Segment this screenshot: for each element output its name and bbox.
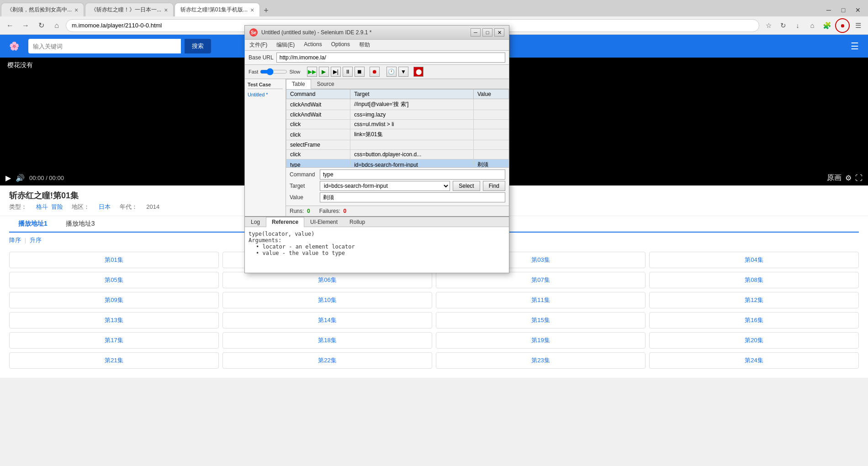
resolution-button[interactable]: 原画 bbox=[827, 173, 842, 183]
tab-close-2[interactable]: × bbox=[164, 6, 168, 14]
region-link[interactable]: 日本 bbox=[99, 203, 111, 210]
episode-item-10[interactable]: 第10集 bbox=[222, 292, 432, 308]
browser-tab-2[interactable]: 《斩赤红之瞳！》一日本一... × bbox=[85, 3, 174, 16]
selenium-speed-slider[interactable] bbox=[260, 68, 287, 75]
episode-item-21[interactable]: 第21集 bbox=[9, 352, 219, 369]
home2-icon[interactable]: ⌂ bbox=[806, 19, 819, 32]
command-row-2[interactable]: clickAndWaitcss=img.lazy bbox=[286, 110, 509, 120]
stop-button[interactable]: ⏹ bbox=[355, 67, 365, 77]
find-button[interactable]: Find bbox=[483, 181, 505, 191]
ep-tab-3[interactable]: 播放地址3 bbox=[57, 216, 104, 232]
log-tab-ui-element[interactable]: UI-Element bbox=[304, 217, 344, 227]
pause-button[interactable]: ⏸ bbox=[343, 67, 353, 77]
episode-item-16[interactable]: 第16集 bbox=[649, 312, 859, 328]
episode-item-19[interactable]: 第19集 bbox=[436, 332, 646, 349]
command-row-7[interactable]: typeid=bdcs-search-form-input剃须 bbox=[286, 159, 509, 168]
episode-item-13[interactable]: 第13集 bbox=[9, 312, 219, 328]
episode-item-17[interactable]: 第17集 bbox=[9, 332, 219, 349]
ep-tab-1[interactable]: 播放地址1 bbox=[9, 216, 57, 233]
run-button[interactable]: ▶ bbox=[319, 67, 329, 77]
command-view-tabs: Table Source bbox=[286, 79, 509, 89]
selenium-maximize[interactable]: □ bbox=[482, 28, 492, 37]
sort-asc[interactable]: 升序 bbox=[30, 237, 42, 244]
episode-item-24[interactable]: 第24集 bbox=[649, 352, 859, 369]
record-icon[interactable]: ⏺ bbox=[835, 18, 850, 33]
settings-button[interactable]: ⚙ bbox=[845, 174, 852, 182]
type-link-1[interactable]: 格斗 bbox=[36, 203, 48, 210]
tab-close-3[interactable]: × bbox=[250, 6, 254, 14]
log-tab-rollup[interactable]: Rollup bbox=[344, 217, 371, 227]
episode-item-5[interactable]: 第05集 bbox=[9, 272, 219, 288]
episode-item-11[interactable]: 第11集 bbox=[436, 292, 646, 308]
minimize-button[interactable]: ─ bbox=[822, 4, 835, 16]
back-button[interactable]: ← bbox=[4, 19, 16, 32]
selenium-menu-edit[interactable]: 编辑(E) bbox=[272, 40, 299, 50]
dropdown-button[interactable]: ▼ bbox=[398, 67, 408, 77]
test-case-item[interactable]: Untitled * bbox=[248, 91, 283, 98]
browser-tab-1[interactable]: 《剃须，然后捡到女高中... × bbox=[1, 3, 84, 16]
episode-item-7[interactable]: 第07集 bbox=[436, 272, 646, 288]
command-row-5[interactable]: selectFrame bbox=[286, 140, 509, 150]
site-search-input[interactable] bbox=[28, 39, 181, 53]
sort-desc[interactable]: 降序 bbox=[9, 237, 21, 244]
episode-item-6[interactable]: 第06集 bbox=[222, 272, 432, 288]
site-search-button[interactable]: 搜索 bbox=[185, 39, 211, 53]
select-button[interactable]: Select bbox=[453, 181, 480, 191]
episode-item-14[interactable]: 第14集 bbox=[222, 312, 432, 328]
selenium-menu-file[interactable]: 文件(F) bbox=[245, 40, 272, 50]
target-select[interactable]: id=bdcs-search-form-input bbox=[320, 181, 450, 191]
episode-item-23[interactable]: 第23集 bbox=[436, 352, 646, 369]
command-row-1[interactable]: clickAndWait//input[@value='搜 索'] bbox=[286, 99, 509, 110]
command-input[interactable] bbox=[320, 169, 505, 180]
table-tab[interactable]: Table bbox=[286, 79, 311, 89]
episode-item-15[interactable]: 第15集 bbox=[436, 312, 646, 328]
stop-red-button[interactable]: ⬤ bbox=[413, 67, 423, 77]
menu-icon[interactable]: ☰ bbox=[852, 19, 864, 32]
extension-icon[interactable]: 🧩 bbox=[820, 19, 833, 32]
episode-item-8[interactable]: 第08集 bbox=[649, 272, 859, 288]
browser-close-button[interactable]: ✕ bbox=[852, 4, 864, 16]
selenium-menu-options[interactable]: Options bbox=[327, 40, 355, 50]
selenium-menu-help[interactable]: 帮助 bbox=[355, 40, 375, 50]
log-tab-log[interactable]: Log bbox=[245, 217, 266, 227]
episode-item-4[interactable]: 第04集 bbox=[649, 252, 859, 268]
selenium-minimize[interactable]: ─ bbox=[471, 28, 481, 37]
log-scroll[interactable]: type(locator, value) Arguments: • locato… bbox=[245, 227, 509, 273]
value-input[interactable] bbox=[320, 192, 505, 202]
episode-item-20[interactable]: 第20集 bbox=[649, 332, 859, 349]
command-row-6[interactable]: clickcss=button.dplayer-icon.d... bbox=[286, 150, 509, 159]
episode-item-18[interactable]: 第18集 bbox=[222, 332, 432, 349]
maximize-button[interactable]: □ bbox=[837, 4, 850, 16]
command-row-3[interactable]: clickcss=ul.mvlist > li bbox=[286, 120, 509, 129]
selenium-base-url-input[interactable] bbox=[276, 53, 505, 63]
tab-close-1[interactable]: × bbox=[74, 6, 78, 14]
run-step-button[interactable]: ▶| bbox=[331, 67, 341, 77]
refresh2-icon[interactable]: ↻ bbox=[777, 19, 789, 32]
command-row-4[interactable]: clicklink=第01集 bbox=[286, 129, 509, 140]
command-table-scroll[interactable]: Command Target Value clickAndWait//input… bbox=[286, 89, 509, 167]
run-all-button[interactable]: ▶▶ bbox=[307, 67, 317, 77]
type-link-2[interactable]: 冒险 bbox=[51, 203, 63, 210]
selenium-menu-actions[interactable]: Actions bbox=[299, 40, 326, 50]
clock-button[interactable]: 🕐 bbox=[386, 67, 397, 77]
download-icon[interactable]: ↓ bbox=[791, 19, 804, 32]
play-button[interactable]: ▶ bbox=[5, 174, 11, 182]
source-tab[interactable]: Source bbox=[311, 79, 340, 89]
episode-item-1[interactable]: 第01集 bbox=[9, 252, 219, 268]
forward-button[interactable]: → bbox=[19, 19, 32, 32]
selenium-base-url-label: Base URL bbox=[249, 54, 274, 61]
episode-item-9[interactable]: 第09集 bbox=[9, 292, 219, 308]
selenium-close[interactable]: ✕ bbox=[494, 28, 504, 37]
log-tab-reference[interactable]: Reference bbox=[266, 217, 304, 227]
episode-item-12[interactable]: 第12集 bbox=[649, 292, 859, 308]
nav-menu-icon[interactable]: ☰ bbox=[851, 41, 859, 52]
record-test-button[interactable]: ⏺ bbox=[370, 67, 380, 77]
episode-item-22[interactable]: 第22集 bbox=[222, 352, 432, 369]
star-icon[interactable]: ☆ bbox=[762, 19, 775, 32]
refresh-button[interactable]: ↻ bbox=[35, 19, 48, 32]
fullscreen-button[interactable]: ⛶ bbox=[855, 174, 863, 182]
browser-tab-3[interactable]: 斩赤红之瞳!第01集手机版... × bbox=[175, 3, 260, 16]
home-button[interactable]: ⌂ bbox=[50, 19, 63, 32]
volume-button[interactable]: 🔊 bbox=[16, 174, 25, 182]
new-tab-button[interactable]: + bbox=[260, 5, 272, 16]
